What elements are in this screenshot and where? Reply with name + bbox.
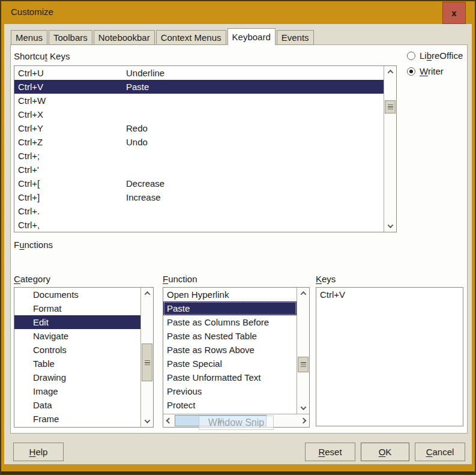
shortcut-row[interactable]: Ctrl+[Decrease: [14, 177, 384, 190]
shortcut-command: Increase: [126, 190, 384, 204]
shortcut-key: Ctrl+.: [18, 204, 126, 218]
tab-bar: MenusToolbarsNotebookbarContext MenusKey…: [11, 28, 315, 45]
shortcut-row[interactable]: Ctrl+,: [14, 218, 384, 232]
functions-label: Functions: [14, 240, 53, 250]
function-item[interactable]: Open Hyperlink: [163, 288, 297, 301]
shortcut-key: Ctrl+W: [18, 94, 126, 107]
function-item[interactable]: Paste as Rows Above: [163, 343, 297, 357]
scroll-up-icon[interactable]: [384, 66, 396, 77]
scroll-down-icon[interactable]: [297, 402, 309, 414]
category-item[interactable]: Frame: [14, 412, 140, 426]
scroll-down-icon[interactable]: [384, 220, 396, 232]
scroll-up-icon[interactable]: [141, 288, 153, 299]
category-item[interactable]: Table: [14, 357, 140, 371]
shortcut-key: Ctrl+;: [18, 149, 126, 163]
shortcut-command: [126, 163, 384, 177]
shortcut-row[interactable]: Ctrl+': [14, 163, 384, 177]
scroll-right-icon[interactable]: [298, 414, 309, 427]
shortcut-row[interactable]: Ctrl+.: [14, 204, 384, 218]
radio-circle-icon: [407, 67, 415, 76]
tab-toolbars[interactable]: Toolbars: [49, 30, 92, 45]
customize-dialog: Customize x MenusToolbarsNotebookbarCont…: [0, 0, 476, 475]
tab-notebookbar[interactable]: Notebookbar: [94, 30, 155, 45]
shortcut-row[interactable]: Ctrl+W: [14, 94, 384, 107]
shortcut-command: [126, 218, 384, 232]
shortcut-key: Ctrl+]: [18, 190, 126, 204]
keys-item[interactable]: Ctrl+V: [316, 288, 463, 301]
function-item[interactable]: Paste Special: [163, 357, 297, 371]
function-list-scrollbar[interactable]: [297, 288, 309, 414]
shortcut-row[interactable]: Ctrl+]Increase: [14, 190, 384, 204]
scrollbar-thumb[interactable]: [298, 357, 309, 372]
scroll-down-icon[interactable]: [141, 416, 153, 427]
shortcut-row[interactable]: Ctrl+;: [14, 149, 384, 163]
shortcut-row[interactable]: Ctrl+VPaste: [14, 80, 384, 94]
tab-context-menus[interactable]: Context Menus: [156, 30, 226, 45]
category-list-rows: DocumentsFormatEditNavigateControlsTable…: [14, 288, 140, 427]
help-button[interactable]: Help: [13, 443, 64, 461]
function-item[interactable]: Paste as Nested Table: [163, 329, 297, 343]
scrollbar-thumb[interactable]: [385, 100, 396, 113]
reset-button[interactable]: Reset: [305, 443, 355, 461]
keys-list-rows: Ctrl+V: [316, 288, 463, 426]
shortcut-row[interactable]: Ctrl+YRedo: [14, 121, 384, 135]
shortcut-row[interactable]: Ctrl+UUnderline: [14, 66, 384, 80]
keyboard-tab-page: Shortcut Keys LibreOffice Writer Ctrl+UU…: [10, 44, 468, 434]
category-label: Category: [14, 274, 50, 284]
shortcut-key: Ctrl+,: [18, 218, 126, 232]
tab-menus[interactable]: Menus: [11, 30, 47, 45]
radio-writer[interactable]: Writer: [407, 66, 444, 76]
shortcut-row[interactable]: Ctrl+X: [14, 107, 384, 121]
window-title: Customize: [11, 7, 53, 17]
function-item[interactable]: Paste: [163, 301, 297, 315]
keys-label: Keys: [316, 274, 336, 284]
function-item[interactable]: Previous: [163, 384, 297, 398]
function-item[interactable]: Protect: [163, 398, 297, 412]
category-item[interactable]: Data: [14, 398, 140, 412]
shortcut-key: Ctrl+Y: [18, 121, 126, 135]
category-item[interactable]: Navigate: [14, 329, 140, 343]
shortcut-command: Redo: [126, 121, 384, 135]
category-item[interactable]: Documents: [14, 288, 140, 301]
category-item[interactable]: Drawing: [14, 371, 140, 384]
shortcut-command: [126, 204, 384, 218]
shortcut-command: Decrease: [126, 177, 384, 190]
shortcut-command: Paste: [126, 80, 384, 94]
tab-keyboard[interactable]: Keyboard: [227, 28, 276, 45]
scroll-up-icon[interactable]: [297, 288, 309, 299]
function-item[interactable]: Paste as Columns Before: [163, 315, 297, 329]
radio-libreoffice[interactable]: LibreOffice: [407, 50, 463, 61]
function-item[interactable]: Paste Unformatted Text: [163, 371, 297, 384]
scrollbar-thumb[interactable]: [142, 343, 152, 381]
ok-button[interactable]: OK: [361, 443, 409, 461]
shortcut-command: Undo: [126, 135, 384, 149]
shortcut-command: [126, 94, 384, 107]
category-list-scrollbar[interactable]: [140, 288, 153, 427]
scroll-left-icon[interactable]: [163, 414, 175, 427]
category-item[interactable]: Controls: [14, 343, 140, 357]
function-label: Function: [163, 274, 197, 284]
function-list-rows: Open HyperlinkPastePaste as Columns Befo…: [163, 288, 297, 414]
function-list[interactable]: Open HyperlinkPastePaste as Columns Befo…: [163, 287, 310, 428]
tab-events[interactable]: Events: [277, 30, 314, 45]
close-button[interactable]: x: [442, 2, 466, 24]
shortcut-command: Underline: [126, 66, 384, 80]
shortcut-key: Ctrl+': [18, 163, 126, 177]
shortcut-command: [126, 107, 384, 121]
shortcut-key: Ctrl+V: [18, 80, 126, 94]
category-list[interactable]: DocumentsFormatEditNavigateControlsTable…: [14, 287, 154, 428]
shortcut-list-scrollbar[interactable]: [384, 66, 396, 232]
cancel-button[interactable]: Cancel: [415, 443, 465, 461]
shortcut-list-rows: Ctrl+UUnderlineCtrl+VPasteCtrl+WCtrl+XCt…: [14, 66, 384, 232]
shortcut-key: Ctrl+X: [18, 107, 126, 121]
category-item[interactable]: Format: [14, 301, 140, 315]
radio-libreoffice-label: LibreOffice: [420, 50, 463, 61]
shortcut-row[interactable]: Ctrl+ZUndo: [14, 135, 384, 149]
category-item[interactable]: Image: [14, 384, 140, 398]
shortcut-keys-list[interactable]: Ctrl+UUnderlineCtrl+VPasteCtrl+WCtrl+XCt…: [14, 65, 397, 232]
shortcut-key: Ctrl+[: [18, 177, 126, 190]
shortcut-key: Ctrl+Z: [18, 135, 126, 149]
keys-list[interactable]: Ctrl+V: [316, 287, 463, 426]
radio-writer-label: Writer: [420, 66, 444, 76]
category-item[interactable]: Edit: [14, 315, 140, 329]
